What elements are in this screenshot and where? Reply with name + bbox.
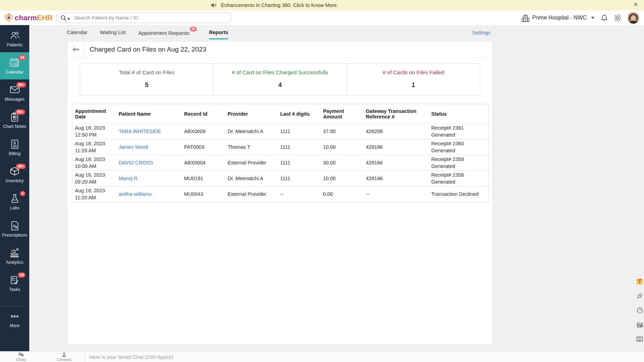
cell-status: Receipt# 2358Generated <box>429 171 489 186</box>
hospital-icon <box>521 14 530 22</box>
more-dots-icon <box>10 315 19 318</box>
labs-icon <box>10 194 19 203</box>
tasks-icon <box>10 276 19 285</box>
table-row: Aug 18, 202310:00 AM DAVID CROSS ABX0004… <box>72 155 489 171</box>
summary-total-label: Total # of Card on Files <box>80 69 213 76</box>
charged-cards-table: Appointment Date Patient Name Record Id … <box>72 104 489 202</box>
sidebar-item-chart-notes[interactable]: 99+ Chart Notes <box>0 107 29 134</box>
sidebar-item-inventory[interactable]: 99+ Inventory <box>0 161 29 188</box>
app-header: charmEHR <box>0 10 644 25</box>
cell-gateway-ref: 428206 <box>363 124 429 139</box>
patient-link[interactable]: anitha williams <box>118 191 151 197</box>
summary-total-card: Total # of Card on Files 5 <box>80 63 213 95</box>
search-input[interactable] <box>74 15 228 21</box>
cell-provider: External Provider <box>225 155 277 171</box>
sidebar-item-calendar[interactable]: 12 88 Calendar <box>0 52 29 79</box>
plug-integration-icon[interactable] <box>637 293 643 299</box>
cell-provider: Dr. Meenatchi A <box>225 124 277 139</box>
sidebar-label: Labs <box>10 206 19 210</box>
contacts-button[interactable]: Contacts <box>54 352 74 362</box>
gift-icon[interactable] <box>636 278 643 284</box>
cell-record-id: MU0043 <box>181 186 225 202</box>
settings-gear-icon[interactable] <box>614 14 621 22</box>
tab-reports[interactable]: Reports <box>209 30 228 39</box>
col-status: Status <box>429 104 489 124</box>
sidebar-item-labs[interactable]: 4 Labs <box>0 188 29 215</box>
table-header-row: Appointment Date Patient Name Record Id … <box>72 104 489 124</box>
chats-button[interactable]: Chats <box>11 352 31 362</box>
patient-link[interactable]: James Wood <box>118 144 148 150</box>
patient-link[interactable]: TARA WHITESIDE <box>118 129 161 134</box>
chevron-down-icon <box>591 17 595 19</box>
back-button[interactable] <box>67 41 84 57</box>
logo-charm-text: charm <box>15 14 37 22</box>
patient-link[interactable]: DAVID CROSS <box>118 160 153 165</box>
cell-status: Receipt# 2359Generated <box>429 155 489 171</box>
cell-appointment-date: Aug 18, 202311:20 AM <box>72 139 116 155</box>
inventory-badge: 99+ <box>16 164 26 169</box>
banner-message[interactable]: Enhancements in Charting 360. Click to K… <box>221 2 338 8</box>
summary-success-label: # of Card on Files Charged Successfully <box>214 69 347 76</box>
app-logo[interactable]: charmEHR <box>4 13 53 22</box>
cell-status: Receipt# 2360Generated <box>429 139 489 155</box>
col-provider: Provider <box>225 104 277 124</box>
user-avatar[interactable] <box>628 12 639 24</box>
chats-icon <box>18 352 24 357</box>
calendar-icon: 12 <box>9 58 20 68</box>
cell-amount: 10.00 <box>320 139 363 155</box>
banner-close-icon[interactable]: ✕ <box>634 2 638 7</box>
sidebar-item-patients[interactable]: Patients <box>0 25 29 52</box>
keyboard-icon[interactable] <box>636 337 643 341</box>
sidebar-item-more[interactable]: More <box>0 306 29 333</box>
cell-record-id: MU0191 <box>181 171 225 186</box>
cell-gateway-ref: 428186 <box>363 139 429 155</box>
layout-panels-icon[interactable] <box>637 322 643 328</box>
tab-waiting-list[interactable]: Waiting List <box>100 30 126 38</box>
sidebar-item-prescriptions[interactable]: R Prescriptions <box>0 215 29 242</box>
search-filter-caret-icon[interactable] <box>67 18 70 20</box>
sidebar-label: Prescriptions <box>2 233 27 238</box>
sidebar-label: Calendar <box>6 70 24 75</box>
cell-record-id: ABX0009 <box>181 124 225 139</box>
col-record-id: Record Id <box>181 104 225 124</box>
smart-chat-bar: Chats Contacts <box>0 351 644 362</box>
cell-last4: 1111 <box>277 124 320 139</box>
patient-search-box[interactable] <box>56 13 232 23</box>
billing-icon: $ <box>11 139 19 149</box>
sidebar-label: Tasks <box>9 287 20 292</box>
summary-success-value: 4 <box>214 82 347 89</box>
cell-patient-name: anitha williams <box>116 186 181 202</box>
help-icon[interactable]: ? <box>637 307 643 314</box>
speaker-icon <box>211 3 217 8</box>
search-icon[interactable] <box>61 15 67 21</box>
tab-calendar[interactable]: Calendar <box>67 30 87 38</box>
cell-patient-name: James Wood <box>116 139 181 155</box>
cell-provider: Dr. Meenatchi A <box>225 171 277 186</box>
smart-chat-input[interactable] <box>89 352 298 362</box>
main-content: Calendar Waiting List Appointment Reques… <box>29 25 644 351</box>
cell-status: Transaction Declined <box>429 186 489 202</box>
sidebar-item-billing[interactable]: $ Billing <box>0 134 29 161</box>
patient-link[interactable]: Manoj R <box>118 176 137 181</box>
sidebar-item-analytics[interactable]: Analytics <box>0 242 29 270</box>
notifications-bell-icon[interactable] <box>601 14 608 22</box>
col-last-4-digits: Last 4 digits <box>277 104 320 124</box>
col-gateway-ref: Gateway Transaction Reference # <box>363 104 429 124</box>
contacts-icon <box>62 352 67 357</box>
organization-selector[interactable]: Prime Hospital - NWC <box>521 14 595 22</box>
col-patient-name: Patient Name <box>116 104 181 124</box>
sidebar-item-tasks[interactable]: 28 Tasks <box>0 270 29 297</box>
cell-gateway-ref: -- <box>363 186 429 202</box>
cell-last4: 1111 <box>277 171 320 186</box>
tab-appointment-requests[interactable]: Appointment Requests88 <box>138 30 197 39</box>
sidebar-item-messages[interactable]: 99+ Messages <box>0 79 29 107</box>
cell-record-id: PAT0003 <box>181 139 225 155</box>
logo-heart-icon <box>4 13 13 22</box>
logo-ehr-text: EHR <box>37 14 53 22</box>
labs-badge: 4 <box>20 191 25 196</box>
cell-amount: 30.00 <box>320 155 363 171</box>
analytics-icon <box>10 248 20 257</box>
settings-link[interactable]: Settings <box>472 30 490 36</box>
contacts-label: Contacts <box>57 357 71 362</box>
cell-provider: External Provider <box>225 186 277 202</box>
